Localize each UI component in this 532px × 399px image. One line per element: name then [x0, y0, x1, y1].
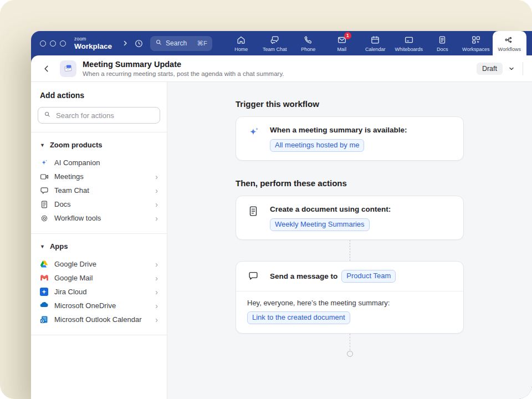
flow-end-node[interactable]	[347, 351, 353, 357]
team-chat-icon	[40, 186, 49, 195]
chevron-right-icon: ›	[155, 260, 158, 268]
window-close-button[interactable]	[40, 40, 46, 47]
nav-docs[interactable]: Docs	[426, 31, 459, 55]
nav-phone[interactable]: Phone	[291, 31, 325, 55]
nav-label: Workspaces	[462, 47, 489, 52]
group-zoom-products[interactable]: ▼ Zoom products	[38, 141, 160, 149]
nav-label: Mail	[337, 47, 347, 52]
nav-label: Phone	[301, 47, 315, 52]
window-maximize-button[interactable]	[60, 40, 66, 47]
trigger-card[interactable]: When a meeting summary is available: All…	[236, 116, 464, 161]
sidebar-item-google-drive[interactable]: Google Drive ›	[38, 257, 160, 271]
history-icon[interactable]	[134, 39, 144, 48]
ai-companion-icon	[40, 158, 49, 167]
titlebar-left: zoom Workplace Search ⌘F	[31, 31, 212, 55]
nav-label: Calendar	[365, 47, 386, 52]
top-navigation: Home Team Chat Phone 1 Mail	[224, 31, 532, 55]
window-minimize-button[interactable]	[50, 40, 56, 47]
logo-zoom-text: zoom	[74, 37, 112, 42]
sidebar-item-google-mail[interactable]: Google Mail ›	[38, 271, 160, 285]
content-area: Meeting Summary Update When a recurring …	[31, 55, 532, 399]
status-badge[interactable]: Draft	[477, 63, 503, 75]
caret-down-icon: ▼	[40, 244, 45, 249]
chevron-right-icon: ›	[155, 214, 158, 222]
item-label: Jira Cloud	[54, 288, 87, 296]
nav-label: Workflows	[498, 47, 521, 52]
chevron-right-icon: ›	[155, 274, 158, 282]
nav-whiteboards[interactable]: Whiteboards	[392, 31, 426, 55]
nav-home[interactable]: Home	[224, 31, 258, 55]
back-button[interactable]	[42, 64, 51, 73]
trigger-card-content: When a meeting summary is available: All…	[270, 125, 407, 152]
connector-dashed-line	[350, 334, 350, 350]
whiteboard-icon	[404, 35, 414, 45]
message-body[interactable]: Hey, everyone, here’s the meeting summar…	[236, 291, 463, 333]
sidebar-item-microsoft-outlook-calendar[interactable]: Microsoft Outlook Calendar ›	[38, 313, 160, 326]
item-label: Google Drive	[54, 260, 96, 268]
chevron-right-icon: ›	[155, 302, 158, 310]
message-text: Hey, everyone, here’s the meeting summar…	[247, 299, 452, 307]
nav-workspaces[interactable]: Workspaces	[459, 31, 493, 55]
gear-icon	[40, 214, 49, 223]
chevron-right-icon: ›	[155, 316, 158, 324]
nav-mail[interactable]: 1 Mail	[325, 31, 359, 55]
sidebar-item-workflow-tools[interactable]: Workflow tools ›	[38, 211, 160, 225]
nav-label: Home	[234, 47, 248, 52]
search-shortcut: ⌘F	[197, 39, 208, 47]
global-search[interactable]: Search ⌘F	[150, 36, 212, 51]
google-drive-icon	[40, 260, 49, 269]
document-link-chip[interactable]: Link to the created document	[247, 311, 350, 324]
trigger-scope-chip[interactable]: All meetings hosted by me	[270, 139, 364, 152]
nav-more[interactable]: More	[526, 31, 532, 55]
message-bubble-icon	[247, 270, 260, 283]
sidebar-item-docs[interactable]: Docs ›	[38, 197, 160, 211]
workflow-canvas: Trigger this workflow When a meeting sum…	[167, 82, 532, 399]
outlook-calendar-icon	[40, 315, 49, 324]
nav-team-chat[interactable]: Team Chat	[258, 31, 292, 55]
zoom-workplace-logo: zoom Workplace	[74, 37, 112, 50]
actions-section-title: Then, perform these actions	[236, 178, 464, 188]
actions-search-input[interactable]	[55, 111, 154, 120]
ai-sparkle-icon	[247, 126, 260, 139]
group-apps[interactable]: ▼ Apps	[38, 242, 160, 250]
add-actions-sidebar: Add actions ▼ Zoom products AI Com	[31, 82, 167, 399]
group-label: Apps	[50, 242, 68, 250]
recipient-chip[interactable]: Product Team	[341, 270, 396, 283]
sidebar-item-meetings[interactable]: Meetings ›	[38, 170, 160, 183]
team-chat-icon	[270, 35, 280, 45]
mail-icon: 1	[337, 35, 347, 45]
item-label: Microsoft Outlook Calendar	[54, 315, 142, 324]
sidebar-title: Add actions	[40, 91, 160, 100]
sidebar-item-ai-companion[interactable]: AI Companion	[38, 156, 160, 170]
caret-down-icon: ▼	[40, 142, 45, 148]
item-label: Workflow tools	[54, 214, 101, 222]
main-area: Add actions ▼ Zoom products AI Com	[31, 82, 532, 399]
trigger-section-title: Trigger this workflow	[236, 99, 464, 109]
workflow-title-block: Meeting Summary Update When a recurring …	[83, 60, 284, 77]
divider	[31, 233, 167, 234]
chevron-right-icon: ›	[155, 187, 158, 195]
create-document-card[interactable]: Create a document using content: Weekly …	[236, 196, 464, 240]
send-message-title: Send a message to	[270, 272, 337, 280]
mail-unread-badge: 1	[344, 32, 351, 39]
logo-workplace-text: Workplace	[74, 43, 112, 50]
gmail-icon	[40, 274, 49, 283]
document-content-chip[interactable]: Weekly Meeting Summaries	[270, 218, 370, 231]
trigger-card-title: When a meeting summary is available:	[270, 125, 407, 135]
chevron-down-icon[interactable]	[508, 65, 515, 72]
actions-search[interactable]	[38, 107, 160, 124]
create-document-title: Create a document using content:	[270, 204, 391, 214]
nav-label: Team Chat	[263, 47, 287, 52]
search-icon	[44, 110, 51, 120]
group-label: Zoom products	[50, 141, 103, 149]
divider	[31, 335, 167, 335]
sidebar-item-jira-cloud[interactable]: Jira Cloud ›	[38, 285, 160, 299]
sidebar-item-microsoft-onedrive[interactable]: Microsoft OneDrive ›	[38, 299, 160, 313]
send-message-card[interactable]: Send a message toProduct Team Hey, every…	[236, 261, 464, 334]
search-placeholder: Search	[166, 39, 187, 47]
nav-calendar[interactable]: Calendar	[359, 31, 392, 55]
sidebar-item-team-chat[interactable]: Team Chat ›	[38, 183, 160, 197]
nav-workflows[interactable]: Workflows	[493, 31, 526, 55]
item-label: Google Mail	[54, 274, 93, 282]
chevron-right-icon[interactable]	[122, 40, 129, 47]
